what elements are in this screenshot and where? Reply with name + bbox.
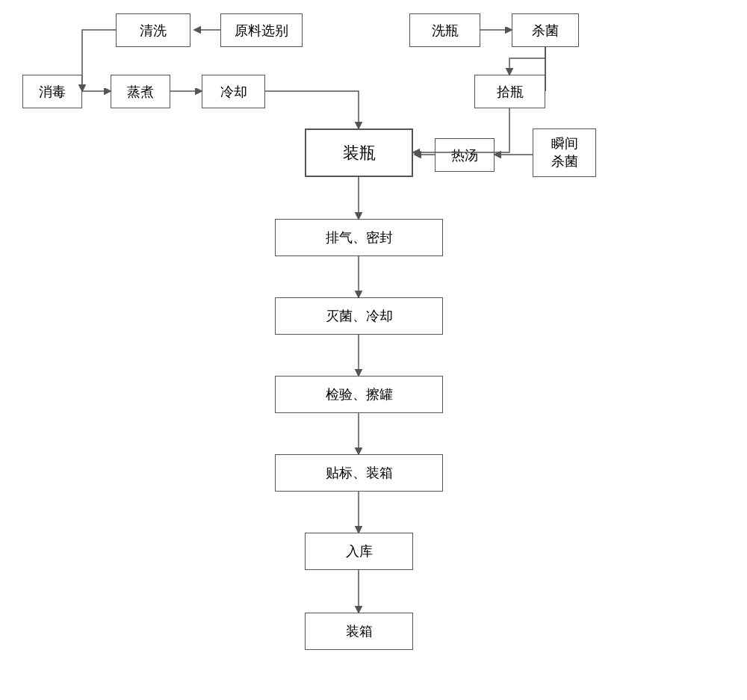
box-shiping: 拾瓶 [474,75,545,108]
box-lengjue: 冷却 [202,75,265,108]
box-xiaodu: 消毒 [22,75,82,108]
box-jianyan: 检验、擦罐 [275,376,443,413]
box-retang: 热汤 [435,138,495,172]
box-tiebia: 贴标、装箱 [275,454,443,492]
box-qingxi: 清洗 [116,13,190,47]
box-ruku: 入库 [305,533,413,570]
box-xiping: 洗瓶 [409,13,480,47]
box-paiqimi: 排气、密封 [275,219,443,256]
box-zhuangping: 装瓶 [305,128,413,177]
box-yuanliao: 原料选别 [220,13,303,47]
box-zhuangxiang2: 装箱 [305,613,413,650]
box-zhengzhu: 蒸煮 [111,75,170,108]
box-miejun: 灭菌、冷却 [275,297,443,335]
box-shajun1: 杀菌 [512,13,579,47]
box-shunjian: 瞬间 杀菌 [533,128,596,177]
flowchart: 清洗 原料选别 消毒 蒸煮 冷却 装瓶 排气、密封 灭菌、冷却 检验、擦罐 贴标… [0,0,747,700]
